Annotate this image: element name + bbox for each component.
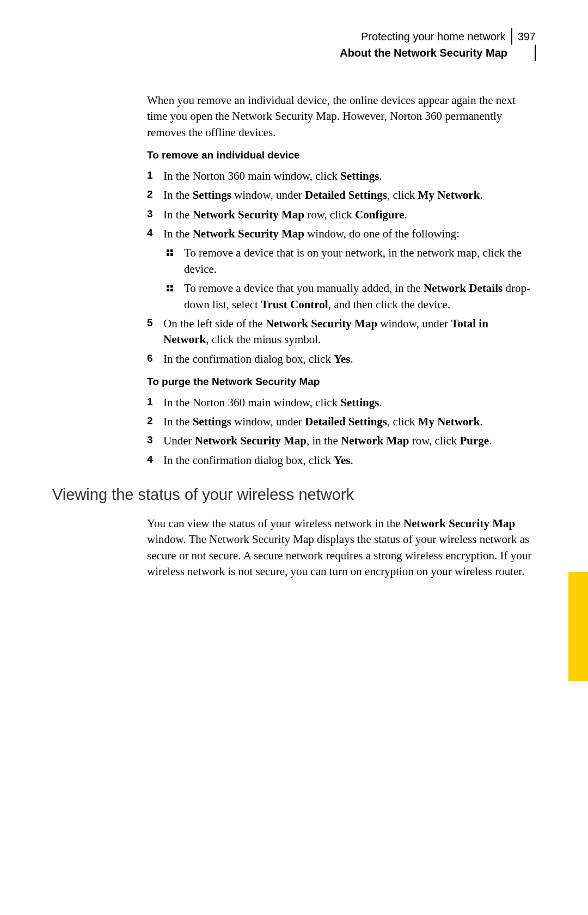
step: In the Norton 360 main window, click Set… <box>147 395 536 411</box>
step: In the Network Security Map row, click C… <box>147 207 536 223</box>
section-paragraph: You can view the status of your wireless… <box>147 516 536 580</box>
page-tab-marker <box>568 572 588 681</box>
step: In the confirmation dialog box, click Ye… <box>147 351 536 367</box>
procedure-title-2: To purge the Network Security Map <box>147 375 536 389</box>
intro-paragraph: When you remove an individual device, th… <box>147 93 536 141</box>
page-number: 397 <box>512 28 536 45</box>
procedure-2-steps: In the Norton 360 main window, click Set… <box>147 395 536 469</box>
bullet-item: To remove a device that is on your netwo… <box>163 245 536 277</box>
sub-bullets: To remove a device that is on your netwo… <box>163 245 536 313</box>
step: In the Settings window, under Detailed S… <box>147 187 536 203</box>
step: Under Network Security Map, in the Netwo… <box>147 433 536 449</box>
section-body: You can view the status of your wireless… <box>147 516 536 580</box>
step: In the Norton 360 main window, click Set… <box>147 168 536 184</box>
section-heading: Viewing the status of your wireless netw… <box>52 484 536 506</box>
step: In the Network Security Map window, do o… <box>147 226 536 313</box>
body-content: When you remove an individual device, th… <box>147 93 536 468</box>
bullet-item: To remove a device that you manually add… <box>163 280 536 313</box>
step: In the confirmation dialog box, click Ye… <box>147 453 536 468</box>
step: In the Settings window, under Detailed S… <box>147 414 536 430</box>
procedure-title-1: To remove an individual device <box>147 148 536 163</box>
procedure-1-steps: In the Norton 360 main window, click Set… <box>147 168 536 367</box>
section-title: About the Network Security Map <box>340 45 536 61</box>
chapter-title: Protecting your home network <box>361 28 512 45</box>
step: On the left side of the Network Security… <box>147 316 536 348</box>
page-header: Protecting your home network 397 About t… <box>52 28 536 61</box>
